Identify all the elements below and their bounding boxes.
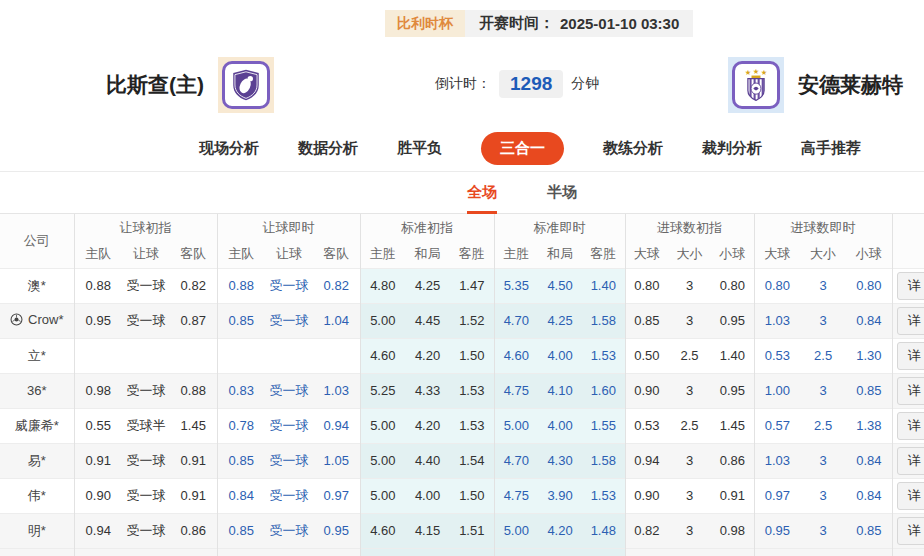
- scope-tab-half-match[interactable]: 半场: [547, 183, 577, 214]
- odds-cell: 5.25: [360, 373, 405, 408]
- detail-cell: 详: [892, 443, 924, 478]
- odds-cell: 0.86: [170, 513, 217, 548]
- odds-cell: 0.95: [754, 513, 800, 548]
- col-header: 大小: [800, 241, 846, 268]
- odds-cell: 0.94: [74, 513, 122, 548]
- odds-cell: 4.33: [405, 373, 450, 408]
- detail-button[interactable]: 详: [897, 377, 924, 405]
- detail-button[interactable]: 详: [897, 412, 924, 440]
- scope-tab-full-match[interactable]: 全场: [467, 183, 497, 214]
- detail-button[interactable]: 详: [897, 517, 924, 545]
- odds-cell: 1.55: [582, 408, 625, 443]
- company-label: 伟*: [28, 487, 46, 505]
- odds-cell: 0.82: [625, 513, 668, 548]
- odds-cell: 受一球: [265, 303, 313, 338]
- odds-cell: 0.80: [711, 268, 754, 303]
- company-name: 明*: [28, 522, 46, 540]
- odds-cell: 1.03: [754, 443, 800, 478]
- odds-cell: 0.91: [711, 478, 754, 513]
- main-nav: 现场分析数据分析胜平负三合一教练分析裁判分析高手推荐: [0, 126, 924, 172]
- odds-cell: 1.51: [450, 513, 494, 548]
- odds-table: 公司让球初指让球即时标准初指标准即时进球数初指进球数即时主队让球客队主队让球客队…: [0, 214, 924, 556]
- odds-cell: 0.53: [625, 408, 668, 443]
- odds-cell: 1.54: [450, 443, 494, 478]
- odds-cell: 0.86: [711, 443, 754, 478]
- odds-cell: 3: [800, 513, 846, 548]
- odds-cell: 3: [668, 373, 711, 408]
- odds-cell: [122, 548, 170, 556]
- odds-cell: 3: [800, 303, 846, 338]
- group-header-handicap_init: 让球初指: [74, 214, 217, 241]
- group-header-goals_live: 进球数即时: [754, 214, 892, 241]
- company-cell: 明*: [0, 513, 74, 548]
- odds-cell: 受一球: [265, 513, 313, 548]
- col-header: 客胜: [450, 241, 494, 268]
- svg-text:★: ★: [761, 68, 767, 77]
- odds-cell: 3: [668, 303, 711, 338]
- nav-tab-data-analysis[interactable]: 数据分析: [298, 139, 358, 158]
- odds-cell: 1.03: [313, 373, 360, 408]
- nav-tab-three-in-one[interactable]: 三合一: [481, 132, 564, 165]
- company-name: 36*: [27, 383, 47, 398]
- odds-cell: [800, 548, 846, 556]
- away-team: ★ ★ ★: [728, 57, 903, 113]
- odds-cell: 3: [668, 513, 711, 548]
- odds-cell: 0.91: [170, 478, 217, 513]
- odds-cell: 0.95: [74, 303, 122, 338]
- odds-cell: 5.00: [360, 303, 405, 338]
- odds-cell: [313, 548, 360, 556]
- odds-cell: 0.78: [217, 408, 265, 443]
- nav-tab-referee-analysis[interactable]: 裁判分析: [702, 139, 762, 158]
- home-team-name: 比斯查(主): [106, 71, 204, 99]
- odds-cell: 受一球: [122, 443, 170, 478]
- detail-button[interactable]: 详: [897, 307, 924, 335]
- company-name: Crow*: [10, 312, 63, 327]
- odds-cell: 2.5: [800, 408, 846, 443]
- odds-cell: 0.98: [74, 373, 122, 408]
- company-cell: 伟*: [0, 478, 74, 513]
- countdown-label: 倒计时：: [435, 75, 491, 93]
- odds-cell: [405, 548, 450, 556]
- company-cell: 36*: [0, 373, 74, 408]
- odds-cell: 受一球: [122, 373, 170, 408]
- company-label: Crow*: [28, 312, 63, 327]
- away-crest-icon: ★ ★ ★: [732, 61, 780, 109]
- odds-cell: 4.00: [538, 408, 582, 443]
- odds-cell: [494, 548, 538, 556]
- company-label: 36*: [27, 383, 47, 398]
- odds-cell: 0.84: [846, 303, 892, 338]
- odds-cell: 0.88: [74, 268, 122, 303]
- odds-cell: 3: [800, 268, 846, 303]
- detail-button[interactable]: 详: [897, 447, 924, 475]
- league-tag[interactable]: 比利时杯: [385, 10, 465, 37]
- table-row: 伟*0.90受一球0.910.84受一球0.975.004.001.504.75…: [0, 478, 924, 513]
- odds-cell: [74, 548, 122, 556]
- odds-cell: 1.52: [450, 303, 494, 338]
- detail-button[interactable]: 详: [897, 272, 924, 300]
- odds-cell: 1.50: [450, 338, 494, 373]
- odds-cell: 4.40: [405, 443, 450, 478]
- kickoff-time: 开赛时间： 2025-01-10 03:30: [465, 10, 693, 37]
- odds-cell: 4.25: [405, 268, 450, 303]
- odds-cell: 1.40: [582, 268, 625, 303]
- nav-tab-live-analysis[interactable]: 现场分析: [199, 139, 259, 158]
- odds-cell: 4.10: [538, 373, 582, 408]
- odds-cell: 1.53: [582, 338, 625, 373]
- table-row: 明*0.94受一球0.860.85受一球0.954.604.151.515.00…: [0, 513, 924, 548]
- odds-cell: 2.5: [668, 338, 711, 373]
- detail-button[interactable]: 详: [897, 342, 924, 370]
- detail-button[interactable]: 详: [897, 482, 924, 510]
- countdown: 倒计时： 1298 分钟: [435, 70, 599, 98]
- company-label: 易*: [28, 452, 46, 470]
- nav-tab-expert-picks[interactable]: 高手推荐: [801, 139, 861, 158]
- odds-cell: 4.70: [494, 443, 538, 478]
- nav-tab-coach-analysis[interactable]: 教练分析: [603, 139, 663, 158]
- table-row: [0, 548, 924, 556]
- odds-cell: [846, 548, 892, 556]
- col-header: 大球: [625, 241, 668, 268]
- company-name: 威廉希*: [15, 417, 59, 435]
- match-odds-page: 比利时杯 开赛时间： 2025-01-10 03:30 比斯查(主): [0, 0, 924, 556]
- odds-cell: 0.85: [625, 303, 668, 338]
- table-row: 威廉希*0.55受球半1.450.78受一球0.945.004.201.535.…: [0, 408, 924, 443]
- nav-tab-win-draw-loss[interactable]: 胜平负: [397, 139, 442, 158]
